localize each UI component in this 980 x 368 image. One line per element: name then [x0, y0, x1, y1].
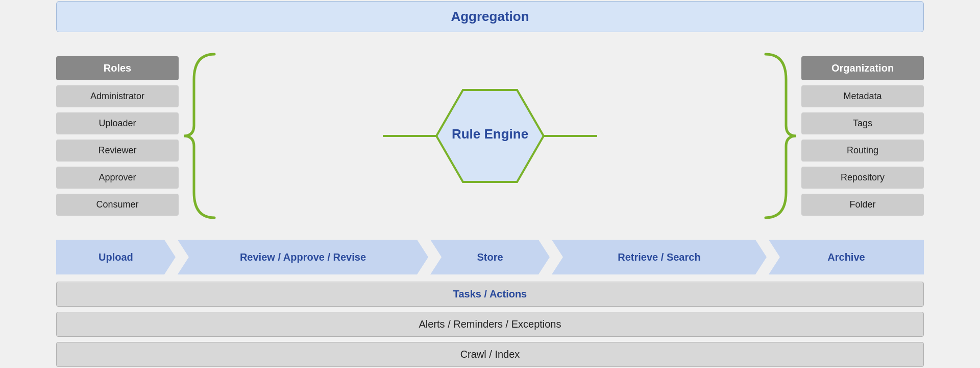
- roles-header: Roles: [56, 56, 179, 80]
- tasks-bar: Tasks / Actions: [56, 282, 924, 307]
- role-reviewer: Reviewer: [56, 140, 179, 162]
- hexagon-container: Rule Engine: [219, 44, 761, 228]
- svg-text:Rule Engine: Rule Engine: [452, 126, 528, 142]
- diagram-container: Aggregation Roles Administrator Uploader…: [41, 0, 939, 368]
- workflow-archive: Archive: [769, 240, 924, 274]
- workflow-retrieve: Retrieve / Search: [552, 240, 767, 274]
- org-column: Organization Metadata Tags Routing Repos…: [801, 56, 924, 216]
- crawl-bar: Crawl / Index: [56, 342, 924, 367]
- left-brace-icon: [179, 49, 219, 223]
- right-brace-icon: [761, 49, 801, 223]
- rule-engine-hexagon: Rule Engine: [383, 44, 597, 228]
- org-metadata: Metadata: [801, 85, 924, 107]
- role-uploader: Uploader: [56, 112, 179, 134]
- workflow-review: Review / Approve / Revise: [178, 240, 428, 274]
- org-routing: Routing: [801, 140, 924, 162]
- role-approver: Approver: [56, 167, 179, 189]
- workflow-upload: Upload: [56, 240, 176, 274]
- aggregation-bar: Aggregation: [56, 1, 924, 32]
- role-administrator: Administrator: [56, 85, 179, 107]
- org-repository: Repository: [801, 167, 924, 189]
- org-folder: Folder: [801, 194, 924, 216]
- center-area: Rule Engine: [179, 41, 801, 231]
- role-consumer: Consumer: [56, 194, 179, 216]
- roles-column: Roles Administrator Uploader Reviewer Ap…: [56, 56, 179, 216]
- workflow-store: Store: [430, 240, 550, 274]
- org-header: Organization: [801, 56, 924, 80]
- org-tags: Tags: [801, 112, 924, 134]
- workflow-row: Upload Review / Approve / Revise Store R…: [56, 240, 924, 274]
- alerts-bar: Alerts / Reminders / Exceptions: [56, 312, 924, 337]
- main-section: Roles Administrator Uploader Reviewer Ap…: [56, 41, 924, 231]
